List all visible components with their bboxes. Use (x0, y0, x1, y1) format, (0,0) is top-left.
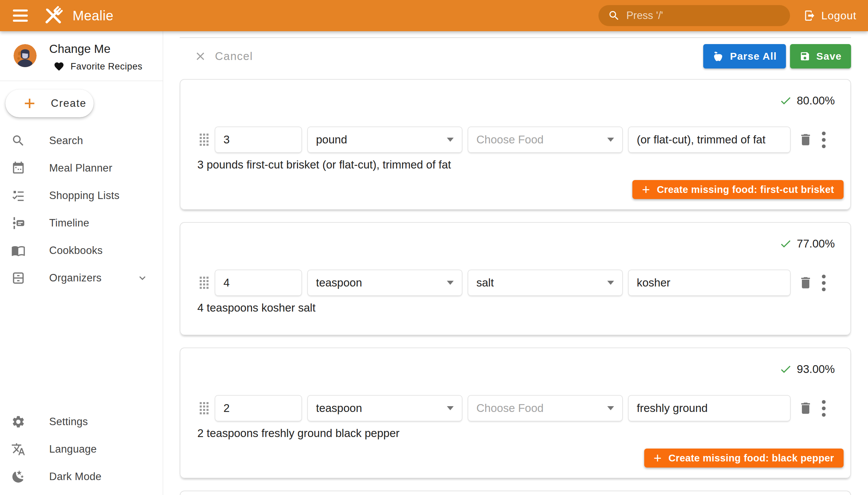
drag-handle[interactable] (200, 134, 208, 146)
confidence-value: 77.00% (797, 237, 835, 250)
sidebar-item-language[interactable]: Language (0, 435, 163, 463)
main-content: Cancel Parse All Save 80 (163, 31, 868, 495)
trash-icon[interactable] (798, 132, 813, 147)
save-label: Save (816, 51, 842, 62)
drawer-icon (11, 271, 25, 285)
drag-handle[interactable] (200, 402, 208, 414)
drag-handle[interactable] (200, 277, 208, 289)
dropdown-caret-icon (607, 281, 614, 285)
sidebar-footer: Settings Language Dark Mode (0, 408, 163, 490)
original-ingredient-text: 4 teaspoons kosher salt (197, 301, 850, 315)
ingredient-card: 80.00% pound Choose Food 3 pou (180, 79, 851, 210)
sidebar-item-organizers[interactable]: Organizers (0, 264, 163, 292)
sidebar-item-dark-mode[interactable]: Dark Mode (0, 463, 163, 490)
sidebar-item-label: Meal Planner (49, 162, 112, 174)
quantity-input[interactable] (215, 395, 302, 422)
favorite-recipes-label: Favorite Recipes (70, 62, 142, 72)
create-button-label: Create (51, 97, 86, 109)
create-missing-food-button[interactable]: + Create missing food: first-cut brisket (632, 180, 844, 199)
quantity-input[interactable] (215, 126, 302, 153)
global-search-input[interactable]: Press '/' (598, 5, 790, 26)
cancel-label: Cancel (215, 50, 253, 63)
avatar[interactable] (14, 44, 37, 67)
unit-select[interactable]: teaspoon (307, 395, 462, 422)
chevron-down-icon (136, 272, 149, 284)
app-bar: Mealie Press '/' Logout (0, 0, 868, 31)
sidebar-item-meal-planner[interactable]: Meal Planner (0, 154, 163, 182)
translate-icon (11, 442, 25, 456)
sidebar-item-label: Cookbooks (49, 244, 103, 257)
sidebar: Change Me Favorite Recipes Create Search… (0, 31, 163, 495)
confidence-value: 93.00% (797, 363, 835, 376)
sidebar-item-timeline[interactable]: Timeline (0, 209, 163, 237)
sidebar-nav: Search Meal Planner Shopping Lists Timel… (0, 127, 163, 292)
close-icon (194, 50, 207, 63)
profile-name[interactable]: Change Me (49, 42, 110, 56)
sidebar-item-label: Search (49, 135, 83, 147)
mealie-logo-icon (42, 4, 64, 27)
food-placeholder: Choose Food (476, 133, 544, 146)
cancel-button[interactable]: Cancel (194, 50, 253, 63)
ingredient-card-partial (180, 491, 851, 495)
sidebar-item-label: Dark Mode (49, 471, 101, 483)
dropdown-caret-icon (447, 281, 454, 285)
trash-icon[interactable] (798, 275, 813, 290)
sidebar-item-search[interactable]: Search (0, 127, 163, 154)
create-missing-food-label: Create missing food: black pepper (668, 453, 834, 464)
menu-icon[interactable] (13, 8, 33, 23)
parser-toolbar: Cancel Parse All Save (180, 38, 851, 74)
parse-all-button[interactable]: Parse All (703, 44, 786, 68)
plus-icon (23, 96, 37, 110)
logout-icon (804, 10, 816, 22)
search-icon (608, 10, 620, 22)
create-missing-food-button[interactable]: + Create missing food: black pepper (644, 448, 844, 467)
moon-icon (11, 470, 25, 484)
dropdown-caret-icon (607, 138, 614, 142)
create-missing-food-label: Create missing food: first-cut brisket (657, 184, 834, 195)
heart-icon (54, 61, 64, 72)
sidebar-item-shopping-lists[interactable]: Shopping Lists (0, 182, 163, 209)
unit-select[interactable]: teaspoon (307, 270, 462, 296)
checklist-icon (11, 188, 25, 203)
sidebar-item-label: Settings (49, 416, 88, 428)
unit-value: teaspoon (316, 402, 362, 415)
check-icon (779, 94, 792, 107)
app-title: Mealie (72, 8, 114, 23)
food-select[interactable]: Choose Food (467, 395, 623, 422)
ingredient-card: 93.00% teaspoon Choose Food 2 (180, 347, 851, 478)
save-button[interactable]: Save (790, 44, 851, 68)
more-options-icon[interactable] (822, 132, 826, 148)
more-options-icon[interactable] (822, 275, 826, 291)
food-value: salt (476, 276, 494, 289)
create-button[interactable]: Create (5, 89, 93, 117)
quantity-input[interactable] (215, 270, 302, 296)
trash-icon[interactable] (798, 401, 813, 416)
food-select[interactable]: Choose Food (467, 126, 623, 153)
sidebar-item-settings[interactable]: Settings (0, 408, 163, 435)
dropdown-caret-icon (607, 406, 614, 410)
sidebar-item-cookbooks[interactable]: Cookbooks (0, 237, 163, 264)
save-icon (800, 51, 810, 62)
logout-button[interactable]: Logout (804, 10, 856, 22)
sidebar-item-label: Language (49, 443, 97, 455)
timeline-icon (11, 216, 25, 230)
sidebar-item-label: Shopping Lists (49, 189, 120, 202)
note-input[interactable] (628, 270, 791, 296)
book-icon (11, 243, 25, 258)
unit-select[interactable]: pound (307, 126, 462, 153)
search-placeholder: Press '/' (626, 10, 663, 22)
unit-value: pound (316, 133, 347, 146)
sidebar-item-label: Organizers (49, 272, 102, 284)
food-select[interactable]: salt (467, 270, 623, 296)
unit-value: teaspoon (316, 276, 362, 289)
ingredient-card: 77.00% teaspoon salt 4 teaspoo (180, 222, 851, 335)
check-icon (779, 363, 792, 376)
note-input[interactable] (628, 395, 791, 422)
note-input[interactable] (628, 126, 791, 153)
search-icon (11, 134, 25, 148)
original-ingredient-text: 3 pounds first-cut brisket (or flat-cut)… (197, 158, 850, 172)
favorite-recipes-link[interactable]: Favorite Recipes (54, 61, 142, 72)
logout-label: Logout (821, 10, 856, 22)
apple-icon (712, 51, 724, 62)
more-options-icon[interactable] (822, 400, 826, 417)
